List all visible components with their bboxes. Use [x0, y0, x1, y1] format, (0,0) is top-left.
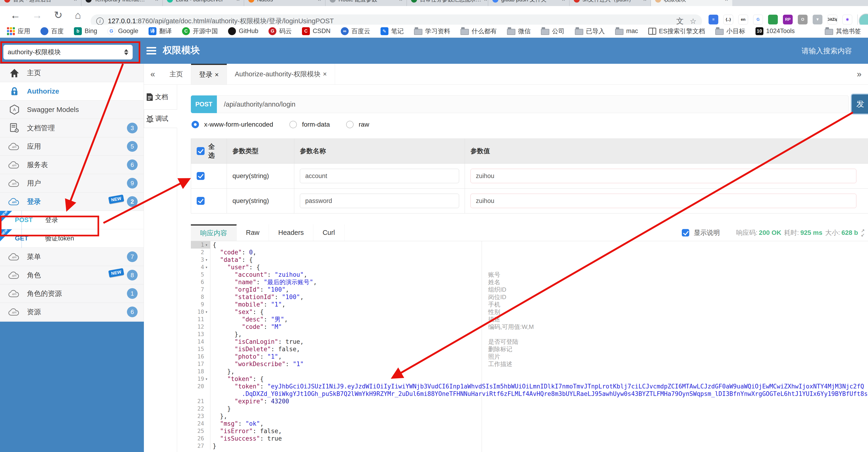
tab-close-icon[interactable]: ×: [74, 0, 77, 3]
fold-icon[interactable]: ▾: [204, 263, 209, 271]
show-desc-checkbox[interactable]: [682, 229, 689, 236]
tab-close-icon[interactable]: ×: [725, 0, 728, 3]
response-json-editor[interactable]: 1▾{2 "code": 0,3▾ "data": {4▾ "user": {5…: [191, 241, 868, 452]
browser-tab[interactable]: Nacos×: [244, 0, 326, 6]
bookmark-item[interactable]: GGoogle: [107, 27, 138, 35]
sidebar-item-文档管理[interactable]: 文档管理3: [0, 119, 144, 137]
bookmark-item[interactable]: ES搜索引擎文档: [648, 27, 705, 35]
bookmark-item[interactable]: ∞百度云: [341, 27, 370, 35]
bookmark-star-icon[interactable]: ☆: [690, 17, 696, 26]
fold-icon[interactable]: ▾: [204, 375, 209, 383]
doc-tab-close-icon[interactable]: ×: [215, 71, 219, 79]
sidebar-item-角色[interactable]: API角色NEW8: [0, 266, 144, 284]
body-type-radio[interactable]: [191, 121, 199, 128]
bookmark-item[interactable]: CCSDN: [302, 27, 331, 35]
bookmark-item[interactable]: bBing: [74, 27, 97, 35]
fold-icon[interactable]: ▾: [204, 256, 209, 263]
browser-tab[interactable]: 日常任务参数汇总流水…×: [407, 0, 488, 6]
fold-icon[interactable]: ▾: [204, 308, 209, 316]
expand-tabs-icon[interactable]: »: [850, 64, 868, 84]
extension-icon[interactable]: G: [753, 15, 763, 24]
browser-tab[interactable]: Luna - JumpServer×: [163, 0, 244, 6]
bookmark-item[interactable]: GitHub: [228, 27, 258, 35]
extension-icon[interactable]: ▼: [813, 15, 823, 24]
param-checkbox[interactable]: [197, 197, 205, 205]
extension-icon[interactable]: en: [738, 15, 748, 24]
send-button[interactable]: 发: [851, 93, 868, 114]
extension-icon[interactable]: RP: [783, 15, 793, 24]
browser-tab[interactable]: 首页 · 运营后台×: [0, 0, 81, 6]
page-info-icon[interactable]: i: [96, 18, 104, 25]
bookmark-item[interactable]: 101024Tools: [755, 27, 795, 35]
param-checkbox[interactable]: [197, 172, 205, 180]
bookmark-item[interactable]: 译翻译: [149, 27, 172, 35]
sidebar-item-资源[interactable]: API资源6: [0, 303, 144, 321]
param-value-input[interactable]: [470, 169, 857, 183]
extension-icon[interactable]: ≡: [709, 15, 718, 24]
home-icon[interactable]: ⌂: [75, 8, 81, 22]
extension-icon[interactable]: {..}: [723, 15, 733, 24]
bookmark-item[interactable]: 已导入: [575, 27, 605, 35]
param-name-input[interactable]: [300, 194, 459, 208]
tab-debug[interactable]: 调试: [144, 109, 177, 128]
search-input[interactable]: 请输入搜索内容: [802, 46, 852, 56]
browser-tab[interactable]: gitlab push 文件夹×: [488, 0, 569, 6]
tab-close-icon[interactable]: ×: [562, 0, 565, 3]
bookmark-item[interactable]: 微信: [507, 27, 531, 35]
bookmark-item[interactable]: 其他书签: [825, 27, 861, 35]
fullscreen-icon[interactable]: ↗↙: [861, 229, 865, 237]
browser-tab[interactable]: Route 配置参数×: [326, 0, 407, 6]
tab-close-icon[interactable]: ×: [643, 0, 647, 3]
response-tab[interactable]: Headers: [269, 224, 313, 241]
bookmark-item[interactable]: 应用: [7, 27, 30, 35]
sidebar-item-Authorize[interactable]: Authorize: [0, 82, 144, 101]
sidebar-endpoint-get[interactable]: NEWGET验证token: [0, 229, 144, 248]
module-select[interactable]: authority-权限模块: [3, 45, 133, 60]
body-type-radio[interactable]: [346, 121, 353, 128]
forward-icon[interactable]: →: [32, 8, 42, 22]
sidebar-item-应用[interactable]: API应用5: [0, 137, 144, 156]
doc-tab[interactable]: 登录×: [191, 64, 227, 84]
sidebar-item-登录[interactable]: API登录NEW2: [0, 193, 144, 211]
request-url-input[interactable]: /api/authority/anno/login: [217, 95, 849, 113]
fold-icon[interactable]: ▾: [204, 241, 209, 249]
doc-tab-close-icon[interactable]: ×: [323, 70, 327, 78]
response-tab[interactable]: Raw: [237, 224, 269, 241]
browser-tab[interactable]: 权限模块×: [651, 0, 732, 6]
extension-icon[interactable]: [768, 15, 778, 24]
response-tab[interactable]: 响应内容: [191, 224, 237, 241]
param-value-input[interactable]: [470, 194, 857, 208]
sidebar-endpoint-post[interactable]: NEWPOST登录: [0, 211, 144, 229]
tab-close-icon[interactable]: ×: [399, 0, 402, 3]
extension-icon[interactable]: O: [798, 15, 808, 24]
tab-close-icon[interactable]: ×: [318, 0, 321, 3]
bookmark-item[interactable]: 百度: [40, 27, 64, 35]
bookmark-item[interactable]: ✎笔记: [380, 27, 404, 35]
extension-icon[interactable]: ✱: [842, 15, 852, 24]
bookmark-item[interactable]: G码云: [269, 27, 292, 35]
doc-tab[interactable]: Authorize-authority-权限模块×: [227, 64, 335, 84]
sidebar-item-Swagger Models[interactable]: ASwagger Models: [0, 101, 144, 119]
sidebar-item-用户[interactable]: API用户9: [0, 174, 144, 193]
reload-icon[interactable]: ↻: [54, 8, 63, 22]
back-icon[interactable]: ←: [10, 8, 21, 22]
param-name-input[interactable]: [300, 169, 459, 183]
sidebar-item-服务表[interactable]: API服务表6: [0, 156, 144, 174]
tab-doc[interactable]: 文档: [144, 88, 177, 106]
response-tab[interactable]: Curl: [313, 224, 344, 241]
sidebar-item-菜单[interactable]: API菜单7: [0, 248, 144, 266]
body-type-radio[interactable]: [289, 121, 297, 128]
bookmark-item[interactable]: 什么都有: [461, 27, 497, 35]
menu-icon[interactable]: [147, 46, 156, 56]
sidebar-item-主页[interactable]: 主页: [0, 64, 144, 82]
tab-close-icon[interactable]: ×: [484, 0, 487, 3]
tab-close-icon[interactable]: ×: [237, 0, 240, 3]
bookmark-item[interactable]: 学习资料: [414, 27, 450, 35]
browser-tab[interactable]: Temporary Interac…×: [81, 0, 163, 6]
collapse-tabs-icon[interactable]: «: [144, 64, 161, 84]
browser-tab[interactable]: sh文件迁入（push）×: [569, 0, 651, 6]
doc-tab[interactable]: 主页: [161, 64, 191, 84]
bookmark-item[interactable]: 小目标: [715, 27, 745, 35]
bookmark-item[interactable]: C开源中国: [182, 27, 218, 35]
sidebar-item-角色的资源[interactable]: API角色的资源1: [0, 284, 144, 303]
